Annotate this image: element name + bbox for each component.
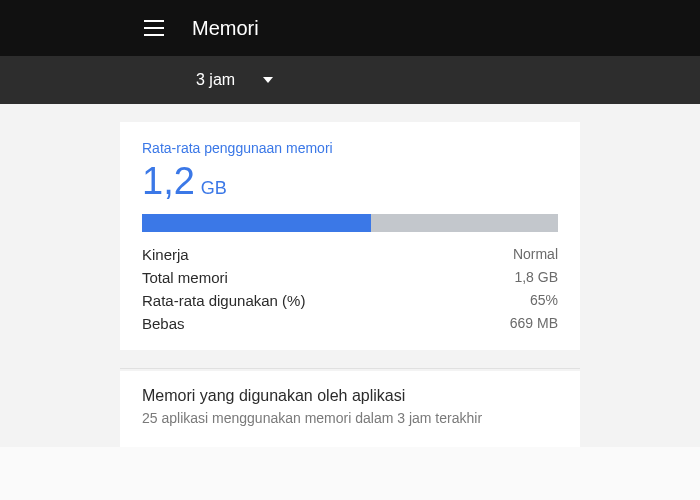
avg-usage-label: Rata-rata penggunaan memori	[142, 140, 558, 156]
page-title: Memori	[192, 17, 259, 40]
memory-screen: Memori 3 jam Rata-rata penggunaan memori…	[0, 0, 700, 500]
stat-value: Normal	[513, 246, 558, 263]
stat-row: Total memori 1,8 GB	[142, 269, 558, 286]
stat-row: Bebas 669 MB	[142, 315, 558, 332]
divider	[120, 368, 580, 369]
avg-usage-unit: GB	[201, 178, 227, 199]
stat-value: 65%	[530, 292, 558, 309]
memory-usage-bar-fill	[142, 214, 371, 232]
stat-label: Total memori	[142, 269, 228, 286]
stat-label: Rata-rata digunakan (%)	[142, 292, 305, 309]
apps-memory-item[interactable]: Memori yang digunakan oleh aplikasi 25 a…	[120, 371, 580, 447]
avg-usage-number: 1,2	[142, 162, 195, 200]
stat-label: Bebas	[142, 315, 185, 332]
time-range-dropdown[interactable]: 3 jam	[0, 56, 700, 104]
avg-usage-value: 1,2 GB	[142, 162, 558, 200]
memory-stats-list: Kinerja Normal Total memori 1,8 GB Rata-…	[142, 246, 558, 332]
stat-value: 669 MB	[510, 315, 558, 332]
memory-summary-card: Rata-rata penggunaan memori 1,2 GB Kiner…	[120, 122, 580, 350]
stat-row: Rata-rata digunakan (%) 65%	[142, 292, 558, 309]
memory-usage-bar	[142, 214, 558, 232]
apps-memory-title: Memori yang digunakan oleh aplikasi	[142, 387, 558, 405]
stat-value: 1,8 GB	[514, 269, 558, 286]
content-area: Rata-rata penggunaan memori 1,2 GB Kiner…	[0, 104, 700, 447]
stat-row: Kinerja Normal	[142, 246, 558, 263]
menu-icon[interactable]	[144, 16, 168, 40]
app-bar: Memori	[0, 0, 700, 56]
time-range-value: 3 jam	[196, 71, 235, 89]
chevron-down-icon	[263, 77, 273, 83]
apps-memory-subtitle: 25 aplikasi menggunakan memori dalam 3 j…	[142, 409, 558, 429]
stat-label: Kinerja	[142, 246, 189, 263]
